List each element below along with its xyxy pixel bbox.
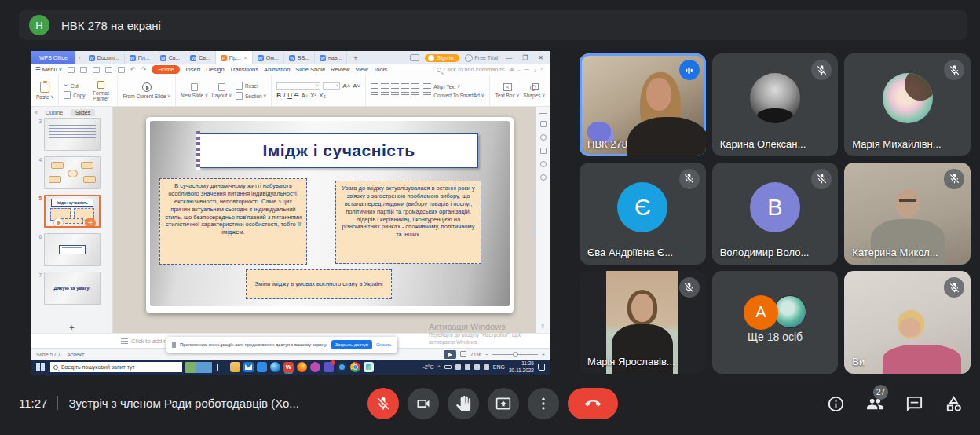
photos-icon[interactable] bbox=[364, 362, 374, 372]
italic-button[interactable]: I bbox=[283, 92, 285, 99]
firefox-icon[interactable] bbox=[297, 362, 307, 372]
free-trial-button[interactable]: Free Trial bbox=[465, 54, 499, 62]
camera-app-icon[interactable] bbox=[337, 362, 347, 372]
zoom-slider-thumb[interactable] bbox=[513, 352, 518, 357]
decrease-indent-icon[interactable] bbox=[391, 83, 399, 90]
help-icon[interactable] bbox=[540, 174, 547, 181]
slide-thumbnail-7[interactable]: Дякую за увагу! bbox=[44, 272, 101, 305]
participant-tile[interactable]: Карина Олексан... bbox=[712, 53, 839, 156]
minimize-button[interactable]: — bbox=[503, 54, 514, 61]
smartart-button[interactable]: Convert To SmartArt ˅ bbox=[423, 92, 484, 98]
participant-tile[interactable]: Марія Михайлівн... bbox=[844, 53, 971, 156]
increase-indent-icon[interactable] bbox=[401, 83, 409, 90]
slide-thumbnail-5-selected[interactable]: Імідж і сучасність + bbox=[44, 195, 101, 228]
new-file-icon[interactable] bbox=[68, 67, 75, 73]
panel-grid-icon[interactable]: ⠿ bbox=[540, 324, 545, 330]
shapes-button[interactable]: Shapes ˅ bbox=[523, 83, 545, 98]
editor-scrollbar[interactable] bbox=[532, 193, 536, 237]
text-box-button[interactable]: AText Box ˅ bbox=[495, 83, 520, 98]
taskbar-clock[interactable]: 11:2630.11.2022 bbox=[509, 360, 534, 373]
slide-thumbnail-6[interactable] bbox=[44, 233, 101, 266]
chat-button[interactable] bbox=[905, 395, 923, 415]
strikethrough-button[interactable]: S bbox=[294, 92, 298, 99]
font-family-select[interactable] bbox=[276, 82, 320, 90]
overflow-tile[interactable]: А Ще 18 осіб bbox=[712, 271, 839, 374]
zoom-in-button[interactable]: + bbox=[542, 352, 545, 357]
participant-tile[interactable]: В Володимир Воло... bbox=[712, 163, 839, 265]
reset-button[interactable]: Reset bbox=[236, 82, 266, 90]
tab-slides[interactable]: Slides bbox=[71, 109, 95, 116]
slide-canvas[interactable]: Імідж і сучасність В сучасному динамічно… bbox=[146, 117, 514, 313]
participant-tile[interactable]: Катерина Микол... bbox=[844, 163, 971, 265]
menu-tab-view[interactable]: View bbox=[355, 66, 368, 73]
doc-tab[interactable]: WСв... bbox=[185, 51, 216, 64]
superscript-button[interactable]: X² bbox=[310, 92, 316, 99]
viber-icon[interactable] bbox=[310, 362, 320, 372]
bullets-icon[interactable] bbox=[371, 83, 378, 90]
task-view-icon[interactable] bbox=[217, 364, 225, 371]
participant-tile[interactable]: Марія Ярославів... bbox=[580, 271, 706, 374]
menu-tab-home[interactable]: Home bbox=[152, 65, 180, 74]
font-color-button[interactable]: A˅ bbox=[301, 92, 308, 99]
undo-icon[interactable]: ↶ bbox=[130, 66, 136, 73]
hide-notice-link[interactable]: Скрыть bbox=[376, 342, 392, 347]
present-button[interactable] bbox=[488, 388, 519, 419]
mail-icon[interactable] bbox=[243, 362, 254, 372]
doc-tab[interactable]: WВВ... bbox=[284, 51, 315, 64]
decrease-font-button[interactable]: A˅ bbox=[353, 82, 360, 90]
chrome-icon[interactable] bbox=[350, 362, 360, 372]
meeting-details-button[interactable] bbox=[827, 395, 845, 415]
wps-office-tab[interactable]: WPS Office bbox=[31, 51, 75, 64]
more-options-button[interactable] bbox=[528, 388, 559, 419]
properties-icon[interactable] bbox=[540, 121, 547, 127]
animation-pane-icon[interactable] bbox=[540, 148, 547, 154]
save-icon[interactable] bbox=[80, 67, 87, 73]
redo-icon[interactable]: ↷ bbox=[141, 66, 147, 73]
new-tab-button[interactable]: + bbox=[347, 54, 364, 62]
print-preview-icon[interactable] bbox=[118, 67, 125, 73]
align-left-icon[interactable] bbox=[371, 92, 378, 98]
network-icon[interactable] bbox=[474, 364, 480, 370]
weather-widget[interactable] bbox=[185, 362, 212, 373]
from-current-slide-button[interactable]: From Current Slide ˅ bbox=[122, 82, 170, 99]
end-call-button[interactable] bbox=[568, 388, 618, 419]
close-button[interactable]: ✕ bbox=[536, 54, 546, 61]
zoom-slider[interactable] bbox=[492, 354, 538, 355]
menu-tab-animation[interactable]: Animation bbox=[264, 66, 290, 73]
print-icon[interactable] bbox=[105, 67, 112, 73]
stop-sharing-button[interactable]: Закрыть доступ bbox=[331, 340, 372, 349]
font-size-select[interactable] bbox=[323, 82, 340, 90]
apps-icon[interactable] bbox=[410, 54, 419, 61]
mic-off-button[interactable] bbox=[368, 388, 399, 419]
wps-office-taskbar-icon[interactable]: W bbox=[283, 362, 294, 372]
pin-icon[interactable] bbox=[540, 134, 547, 141]
taskbar-search-input[interactable]: Введіть пошуковий запит тут bbox=[50, 362, 182, 372]
language-indicator[interactable]: ENG bbox=[493, 364, 505, 370]
doc-tab[interactable]: Wнав... bbox=[315, 51, 347, 64]
raise-hand-button[interactable] bbox=[448, 388, 479, 419]
participants-button[interactable]: 27 bbox=[866, 395, 884, 415]
slide-textbox-bottom[interactable]: Зміни іміджу в умовах воєнного стану в У… bbox=[246, 269, 392, 299]
sign-in-button[interactable]: Sign in bbox=[425, 54, 459, 62]
slide-thumbnail-4[interactable] bbox=[44, 156, 101, 189]
layout-button[interactable]: Layout ˅ bbox=[212, 83, 232, 98]
slide-textbox-right[interactable]: Увага до іміджу актуалізувалася в останн… bbox=[335, 181, 481, 264]
subscript-button[interactable]: X₂ bbox=[319, 92, 325, 99]
menu-tab-review[interactable]: Review bbox=[331, 66, 350, 73]
numbering-icon[interactable] bbox=[381, 83, 389, 90]
activities-button[interactable] bbox=[945, 395, 963, 415]
slideshow-play-button[interactable] bbox=[444, 350, 456, 359]
start-button[interactable] bbox=[36, 363, 45, 371]
menu-tab-tools[interactable]: Tools bbox=[374, 66, 388, 73]
messenger-app-icon[interactable] bbox=[324, 362, 334, 372]
tab-outline[interactable]: Outline bbox=[42, 109, 66, 116]
collapse-panel-icon[interactable]: « bbox=[35, 110, 38, 115]
self-tile[interactable]: Ви bbox=[844, 271, 971, 374]
zoom-out-button[interactable]: − bbox=[485, 352, 488, 357]
slide-textbox-left[interactable]: В сучасному динамічному житті набувають … bbox=[159, 178, 307, 265]
participant-tile[interactable]: Є Єва Андріївна Є... bbox=[580, 163, 706, 265]
format-painter-button[interactable]: Format Painter bbox=[89, 81, 112, 101]
menu-tab-design[interactable]: Design bbox=[206, 66, 224, 73]
align-text-button[interactable]: Align Text ˅ bbox=[423, 83, 484, 90]
battery-icon[interactable] bbox=[444, 365, 452, 369]
